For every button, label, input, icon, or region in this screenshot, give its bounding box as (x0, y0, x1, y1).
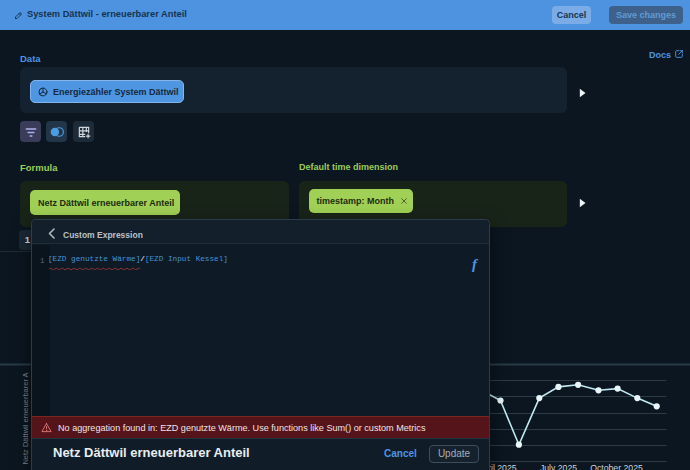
svg-text:July 2025: July 2025 (540, 463, 577, 470)
svg-text:October 2025: October 2025 (590, 463, 643, 470)
